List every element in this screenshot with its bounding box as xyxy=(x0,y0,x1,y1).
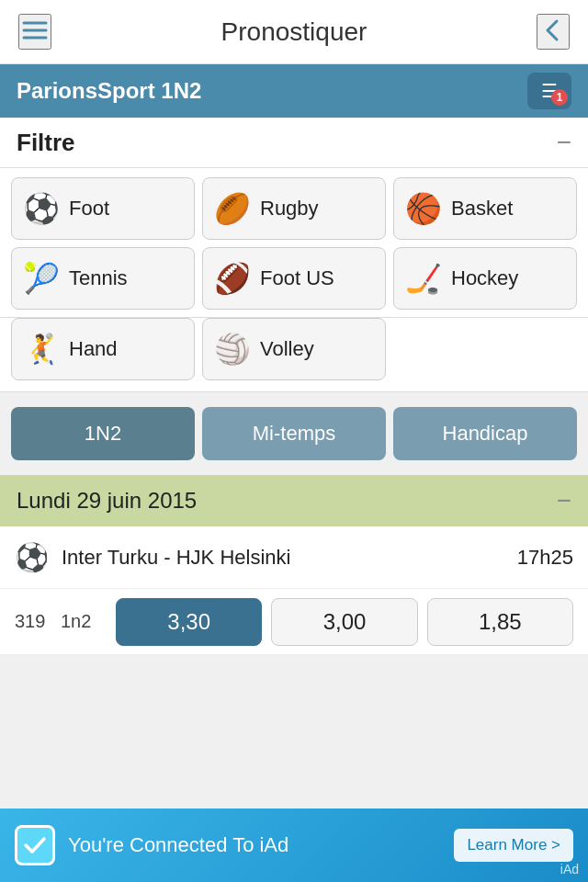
page-title: Pronostiquer xyxy=(221,17,368,47)
bet-type-bar: 1N2 Mi-temps Handicap xyxy=(0,392,588,475)
title-bar-text: ParionsSport 1N2 xyxy=(17,78,201,104)
sport-grid: ⚽ Foot 🏉 Rugby 🏀 Basket 🎾 Tennis 🏈 Foot … xyxy=(0,168,588,318)
odds-button-1[interactable]: 3,00 xyxy=(271,598,417,646)
tennis-icon: 🎾 xyxy=(23,261,60,296)
footus-icon: 🏈 xyxy=(214,261,251,296)
match-name: Inter Turku - HJK Helsinki xyxy=(62,546,504,570)
title-bar: ParionsSport 1N2 ☰ 1 xyxy=(0,64,588,118)
odds-row: 319 1n2 3,30 3,00 1,85 xyxy=(0,589,588,655)
hockey-icon: 🏒 xyxy=(405,261,442,296)
ad-check-icon xyxy=(15,825,55,865)
sport-label-footus: Foot US xyxy=(260,266,334,290)
back-button[interactable] xyxy=(537,14,570,50)
sport-label-basket: Basket xyxy=(451,197,513,220)
date-collapse-icon[interactable]: − xyxy=(557,488,571,514)
odds-id: 319 xyxy=(15,611,51,632)
sport-label-hockey: Hockey xyxy=(451,266,518,290)
volley-icon: 🏐 xyxy=(214,332,251,367)
sport-button-volley[interactable]: 🏐 Volley xyxy=(202,318,386,380)
filtre-collapse-icon[interactable]: − xyxy=(557,130,571,155)
foot-icon: ⚽ xyxy=(23,191,60,226)
bet-type-1n2[interactable]: 1N2 xyxy=(11,407,195,460)
ad-text: You're Connected To iAd xyxy=(68,833,441,857)
sport-label-hand: Hand xyxy=(69,337,118,361)
sport-button-footus[interactable]: 🏈 Foot US xyxy=(202,247,386,310)
sport-button-tennis[interactable]: 🎾 Tennis xyxy=(11,247,195,310)
sport-label-tennis: Tennis xyxy=(69,266,128,290)
header: Pronostiquer xyxy=(0,0,588,64)
sport-label-foot: Foot xyxy=(69,197,109,220)
menu-button[interactable] xyxy=(18,14,51,50)
filtre-title: Filtre xyxy=(17,129,75,157)
ad-learn-more-button[interactable]: Learn More > xyxy=(454,829,573,862)
badge-count: 1 xyxy=(551,89,568,106)
odds-button-2[interactable]: 1,85 xyxy=(427,598,573,646)
sport-button-basket[interactable]: 🏀 Basket xyxy=(393,177,577,240)
hand-icon: 🤾 xyxy=(23,332,60,367)
bet-type-handicap[interactable]: Handicap xyxy=(393,407,577,460)
date-header: Lundi 29 juin 2015 − xyxy=(0,475,588,526)
sport-button-rugby[interactable]: 🏉 Rugby xyxy=(202,177,386,240)
ad-iad-label: iAd xyxy=(560,862,579,876)
date-text: Lundi 29 juin 2015 xyxy=(17,488,197,514)
sport-button-hand[interactable]: 🤾 Hand xyxy=(11,318,195,380)
sport-button-foot[interactable]: ⚽ Foot xyxy=(11,177,195,240)
bet-type-mi-temps[interactable]: Mi-temps xyxy=(202,407,386,460)
sport-label-rugby: Rugby xyxy=(260,197,319,220)
basket-icon: 🏀 xyxy=(405,191,442,226)
match-sport-icon: ⚽ xyxy=(15,541,49,573)
match-time: 17h25 xyxy=(517,546,573,570)
match-row[interactable]: ⚽ Inter Turku - HJK Helsinki 17h25 xyxy=(0,526,588,589)
ad-banner: You're Connected To iAd Learn More > iAd xyxy=(0,808,588,882)
odds-button-0[interactable]: 3,30 xyxy=(116,598,262,646)
rugby-icon: 🏉 xyxy=(214,191,251,226)
odds-type: 1n2 xyxy=(61,611,107,632)
sport-button-hockey[interactable]: 🏒 Hockey xyxy=(393,247,577,310)
sport-grid-last-row: 🤾 Hand 🏐 Volley xyxy=(0,318,588,392)
filtre-header: Filtre − xyxy=(0,118,588,168)
badge-container[interactable]: ☰ 1 xyxy=(527,73,571,109)
sport-label-volley: Volley xyxy=(260,337,314,361)
